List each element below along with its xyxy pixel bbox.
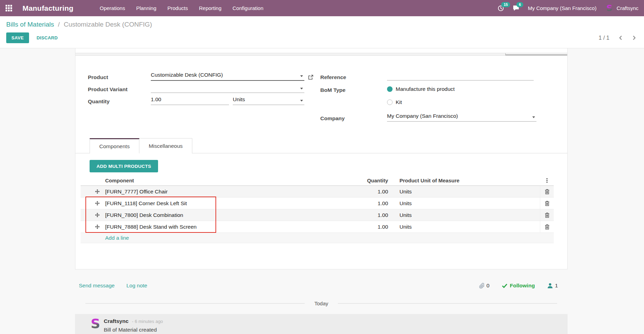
action-row: SAVE DISCARD 1 / 1 bbox=[6, 32, 638, 43]
drag-handle[interactable] bbox=[91, 225, 103, 229]
drag-handle[interactable] bbox=[91, 213, 103, 217]
bom-type-label: BoM Type bbox=[320, 87, 346, 93]
navbar-systray: 15 6 My Company (San Francisco) S bbox=[497, 4, 638, 13]
bom-type-manufacture-radio[interactable]: Manufacture this product bbox=[387, 86, 455, 92]
move-arrows-icon bbox=[95, 225, 100, 229]
chevron-right-icon bbox=[632, 35, 636, 40]
menu-operations[interactable]: Operations bbox=[100, 5, 125, 11]
reference-field[interactable] bbox=[387, 72, 534, 80]
cell-uom: Units bbox=[393, 189, 540, 195]
menu-reporting[interactable]: Reporting bbox=[199, 5, 221, 11]
components-table: Component Quantity Product Unit of Measu… bbox=[81, 175, 554, 243]
header-quantity[interactable]: Quantity bbox=[358, 178, 393, 183]
form-sheet: Product Customizable Desk (CONFIG) Produ… bbox=[75, 48, 568, 269]
app-title[interactable]: Manufacturing bbox=[22, 4, 73, 12]
cell-quantity: 1.00 bbox=[358, 212, 393, 218]
menu-planning[interactable]: Planning bbox=[136, 5, 156, 11]
pager-value: 1 / 1 bbox=[599, 35, 609, 41]
cell-uom: Units bbox=[393, 212, 540, 218]
delete-row-button[interactable] bbox=[540, 221, 554, 232]
company-switcher[interactable]: My Company (San Francisco) bbox=[528, 5, 596, 11]
save-button[interactable]: SAVE bbox=[6, 32, 29, 43]
drag-handle[interactable] bbox=[91, 201, 103, 206]
avatar: S bbox=[89, 317, 102, 331]
trash-icon bbox=[545, 224, 550, 230]
trash-icon bbox=[545, 212, 550, 218]
dropdown-caret-icon bbox=[300, 75, 303, 77]
paperclip-icon bbox=[479, 283, 485, 289]
following-button[interactable]: Following bbox=[502, 283, 535, 289]
component-row[interactable]: [FURN_7777] Office Chair 1.00 Units bbox=[81, 186, 554, 198]
message-item: S Craftsync - 6 minutes ago Bill of Mate… bbox=[75, 314, 568, 334]
breadcrumb-separator: / bbox=[58, 21, 60, 28]
attachment-count: 0 bbox=[486, 283, 489, 289]
uom-field[interactable]: Units bbox=[233, 96, 304, 105]
header-component[interactable]: Component bbox=[103, 178, 358, 183]
product-variant-label: Product Variant bbox=[88, 86, 128, 93]
company-label: Company bbox=[320, 115, 345, 122]
message-author[interactable]: Craftsync bbox=[104, 318, 129, 324]
cell-uom: Units bbox=[393, 200, 540, 207]
delete-row-button[interactable] bbox=[540, 198, 554, 209]
notebook-tabs: Components Miscellaneous bbox=[75, 138, 567, 153]
menu-products[interactable]: Products bbox=[167, 5, 188, 11]
activities-button[interactable]: 15 bbox=[497, 5, 504, 12]
menu-configuration[interactable]: Configuration bbox=[232, 5, 263, 11]
pager-previous-button[interactable] bbox=[618, 35, 623, 40]
optional-columns-button[interactable] bbox=[546, 178, 548, 183]
component-row[interactable]: [FURN_7800] Desk Combination 1.00 Units bbox=[81, 209, 554, 221]
dropdown-caret-icon bbox=[300, 88, 303, 89]
product-external-link-button[interactable] bbox=[308, 74, 314, 80]
follower-count: 1 bbox=[555, 283, 558, 289]
sheet-top-strip bbox=[75, 53, 567, 56]
tab-components[interactable]: Components bbox=[90, 138, 139, 153]
cell-uom: Units bbox=[393, 224, 540, 230]
add-a-line-link[interactable]: Add a line bbox=[81, 235, 129, 241]
cell-quantity: 1.00 bbox=[358, 200, 393, 207]
date-divider: Today bbox=[81, 300, 562, 306]
delete-row-button[interactable] bbox=[540, 209, 554, 221]
company-field[interactable]: My Company (San Francisco) bbox=[387, 113, 536, 122]
activity-count-badge: 15 bbox=[501, 2, 510, 7]
bom-type-kit-radio[interactable]: Kit bbox=[387, 99, 402, 105]
chatter-topbar-right: 0 Following 1 bbox=[479, 283, 558, 289]
quantity-label: Quantity bbox=[88, 98, 110, 105]
product-field[interactable]: Customizable Desk (CONFIG) bbox=[151, 72, 304, 81]
user-menu[interactable]: S Craftsync bbox=[605, 4, 638, 13]
reference-label: Reference bbox=[320, 74, 346, 80]
product-label: Product bbox=[88, 74, 108, 80]
followers-button[interactable]: 1 bbox=[547, 283, 558, 289]
product-variant-field[interactable] bbox=[151, 84, 304, 93]
move-arrows-icon bbox=[95, 201, 100, 206]
chevron-left-icon bbox=[618, 35, 623, 40]
cell-component: [FURN_1118] Corner Desk Left Sit bbox=[103, 200, 358, 207]
move-arrows-icon bbox=[95, 213, 100, 217]
tab-miscellaneous[interactable]: Miscellaneous bbox=[139, 138, 192, 153]
external-link-icon bbox=[308, 74, 314, 80]
pager-next-button[interactable] bbox=[632, 35, 636, 40]
header-uom[interactable]: Product Unit of Measure bbox=[393, 178, 540, 183]
drag-handle[interactable] bbox=[91, 189, 103, 194]
send-message-button[interactable]: Send message bbox=[79, 283, 114, 289]
apps-grid-icon[interactable] bbox=[6, 5, 12, 11]
cell-quantity: 1.00 bbox=[358, 189, 393, 195]
app-root: Manufacturing Operations Planning Produc… bbox=[0, 0, 644, 334]
message-body: Craftsync - 6 minutes ago Bill of Materi… bbox=[104, 317, 163, 334]
log-note-button[interactable]: Log note bbox=[126, 283, 147, 289]
breadcrumb-parent[interactable]: Bills of Materials bbox=[6, 21, 54, 28]
radio-selected-icon bbox=[387, 86, 393, 92]
cell-quantity: 1.00 bbox=[358, 224, 393, 230]
person-icon bbox=[547, 283, 553, 288]
component-row[interactable]: [FURN_1118] Corner Desk Left Sit 1.00 Un… bbox=[81, 198, 554, 209]
delete-row-button[interactable] bbox=[540, 186, 554, 197]
discard-button[interactable]: DISCARD bbox=[37, 35, 58, 40]
check-icon bbox=[502, 284, 507, 288]
messages-button[interactable]: 6 bbox=[513, 5, 519, 12]
add-line-row: Add a line bbox=[81, 233, 554, 243]
message-count-badge: 6 bbox=[516, 2, 523, 7]
add-multi-products-button[interactable]: ADD MULTI PRODUCTS bbox=[90, 160, 158, 172]
quantity-field[interactable]: 1.00 bbox=[151, 96, 229, 105]
attachments-button[interactable]: 0 bbox=[479, 283, 489, 289]
cell-component: [FURN_7888] Desk Stand with Screen bbox=[103, 224, 358, 230]
component-row[interactable]: [FURN_7888] Desk Stand with Screen 1.00 … bbox=[81, 221, 554, 233]
